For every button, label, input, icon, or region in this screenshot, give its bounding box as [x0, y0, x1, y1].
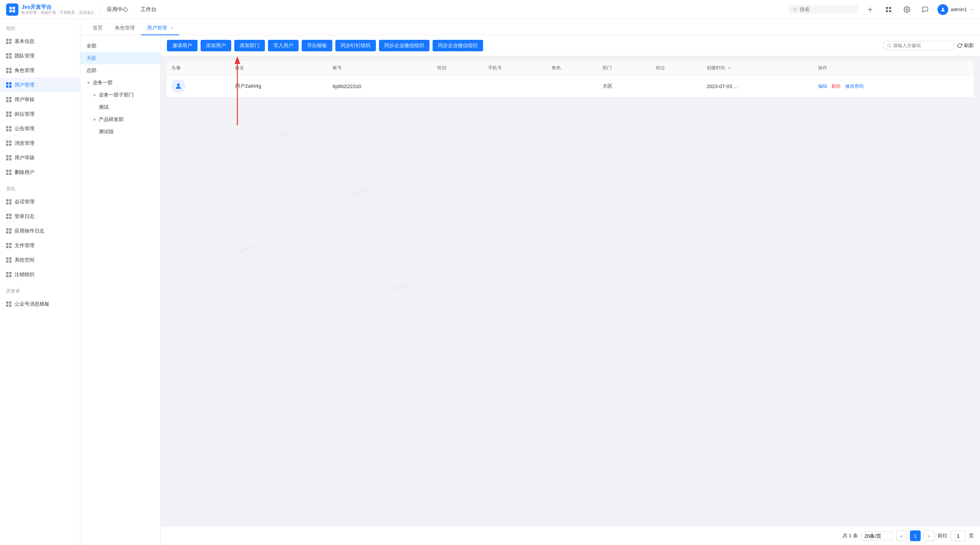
sidebar-label-team-mgmt: 团队管理: [15, 52, 34, 59]
action-edit[interactable]: 编辑: [818, 83, 827, 89]
nav-divider: [100, 5, 101, 14]
action-change-pwd[interactable]: 修改密码: [845, 83, 864, 89]
sidebar-item-role-mgmt[interactable]: 角色管理: [0, 63, 80, 78]
keyword-input[interactable]: [893, 43, 951, 48]
import-user-button[interactable]: 导入用户: [268, 40, 299, 51]
grid-icon-wechat: [6, 301, 11, 307]
tree-panel: 全部 大区 总部 ▼ 业务一部 ▼ 业务一部子部门 测试: [80, 35, 161, 545]
per-page-select[interactable]: 10条/页 20条/页 50条/页 100条/页: [861, 532, 893, 540]
refresh-button[interactable]: 刷新: [957, 42, 974, 49]
tree-item-all[interactable]: 全部: [80, 40, 160, 52]
tree-item-test[interactable]: 测试: [80, 101, 160, 113]
tree-item-dq[interactable]: 大区: [80, 52, 160, 64]
grid-icon-app-log: [6, 228, 11, 234]
col-header-role: 角色: [547, 61, 598, 75]
sync-wxwork-button[interactable]: 同步企业微信组织: [379, 40, 430, 51]
grid-icon-file: [6, 243, 11, 248]
tree-label-all: 全部: [87, 43, 96, 49]
tab-role-mgmt[interactable]: 角色管理: [109, 21, 141, 35]
nav-item-workbench[interactable]: 工作台: [140, 5, 157, 15]
sidebar-item-app-log[interactable]: 应用操作日志: [0, 224, 80, 238]
cell-gender: [433, 75, 483, 97]
prev-page-button[interactable]: ‹: [896, 530, 907, 541]
tab-home[interactable]: 首页: [87, 21, 109, 35]
tab-close-icon[interactable]: ×: [171, 26, 173, 30]
sidebar-item-user-audit[interactable]: 用户审核: [0, 92, 80, 107]
search-icon-table: [887, 43, 892, 48]
sidebar-label-cancel-org: 注销组织: [15, 271, 34, 278]
col-header-gender: 性别: [433, 61, 483, 75]
keyword-search[interactable]: [884, 41, 954, 50]
settings-icon[interactable]: [901, 3, 913, 16]
cell-avatar: [167, 75, 230, 97]
svg-rect-5: [889, 7, 891, 9]
user-area[interactable]: admin1: [938, 4, 974, 15]
global-search[interactable]: [789, 5, 858, 14]
content-area: 全部 大区 总部 ▼ 业务一部 ▼ 业务一部子部门 测试: [80, 35, 980, 545]
grid-icon[interactable]: [882, 3, 895, 16]
sidebar: admin1 admin1 admin1 admin1 组织 基本信息 团队管理…: [0, 19, 80, 545]
sidebar-label-app-log: 应用操作日志: [15, 227, 44, 234]
tree-item-zb[interactable]: 总部: [80, 64, 160, 77]
tree-label-yw1: 业务一部: [93, 79, 113, 86]
sidebar-item-user-level[interactable]: 用户等级: [0, 151, 80, 165]
page-1-button[interactable]: 1: [910, 530, 921, 541]
top-right: admin1: [789, 3, 974, 16]
tree-item-yw1[interactable]: ▼ 业务一部: [80, 77, 160, 89]
sort-icon-time[interactable]: ⇅: [728, 66, 731, 70]
svg-line-11: [890, 46, 891, 47]
add-button[interactable]: [864, 3, 876, 16]
sidebar-item-basic-info[interactable]: 基本信息: [0, 34, 80, 49]
sidebar-label-login-log: 登录日志: [15, 213, 34, 220]
goto-page-input[interactable]: [951, 530, 966, 541]
sidebar-item-msg-mgmt[interactable]: 消息管理: [0, 136, 80, 151]
chat-icon[interactable]: [919, 3, 931, 16]
nav-item-app-center[interactable]: 应用中心: [107, 5, 128, 15]
cell-actions: 编辑 删除 修改密码: [813, 75, 974, 97]
col-header-dept: 部门: [598, 61, 651, 75]
add-user-button[interactable]: 添加用户: [201, 40, 231, 51]
chevron-down-icon: [969, 7, 974, 12]
sidebar-item-cancel-org[interactable]: 注销组织: [0, 267, 80, 282]
sidebar-label-role-mgmt: 角色管理: [15, 67, 34, 74]
invite-user-button[interactable]: 邀请用户: [167, 40, 198, 51]
sidebar-item-user-mgmt[interactable]: 用户管理: [0, 78, 80, 92]
next-page-button[interactable]: ›: [924, 530, 934, 541]
cell-phone: [483, 75, 547, 97]
sidebar-label-user-level: 用户等级: [15, 154, 34, 161]
tab-role-label: 角色管理: [115, 25, 135, 31]
pagination: 共 1 条 10条/页 20条/页 50条/页 100条/页 ‹ 1 › 前往 …: [161, 526, 980, 545]
svg-rect-6: [886, 10, 888, 12]
sidebar-item-team-mgmt[interactable]: 团队管理: [0, 49, 80, 63]
sidebar-item-del-user[interactable]: 删除用户: [0, 165, 80, 180]
sidebar-item-post-mgmt[interactable]: 岗位管理: [0, 107, 80, 121]
sidebar-item-sys-space[interactable]: 系统空间: [0, 253, 80, 267]
sync-wxbiz-button[interactable]: 同步企业微信组织: [433, 40, 483, 51]
section-label-dev: 开发者: [0, 282, 80, 297]
tab-user-mgmt[interactable]: 用户管理 ×: [141, 21, 179, 35]
grid-icon-sys-space: [6, 257, 11, 263]
grid-icon-cancel: [6, 272, 11, 277]
section-label-sys: 系统: [0, 180, 80, 195]
grid-icon-level: [6, 155, 11, 160]
sidebar-item-login-log[interactable]: 登录日志: [0, 209, 80, 224]
sidebar-item-session[interactable]: 会话管理: [0, 195, 80, 209]
export-tpl-button[interactable]: 导出模板: [302, 40, 332, 51]
tabs-bar: 首页 角色管理 用户管理 ×: [80, 19, 980, 35]
tab-user-label: 用户管理: [147, 25, 167, 31]
add-dept-button[interactable]: 添加部门: [234, 40, 265, 51]
app-title: Jvs开发平台: [21, 4, 94, 10]
tree-item-testgrp[interactable]: 测试组: [80, 126, 160, 138]
tree-item-yw1sub[interactable]: ▼ 业务一部子部门: [80, 89, 160, 101]
sidebar-item-wechat-tpl[interactable]: 公众号消息模板: [0, 297, 80, 311]
sidebar-label-msg-mgmt: 消息管理: [15, 140, 34, 147]
col-header-post: 岗位: [651, 61, 702, 75]
tree-item-prod[interactable]: ▼ 产品研发部: [80, 113, 160, 126]
tree-arrow-prod: ▼: [93, 118, 97, 122]
action-delete[interactable]: 删除: [831, 83, 841, 89]
sidebar-item-notice-mgmt[interactable]: 公告管理: [0, 121, 80, 136]
sync-dingtalk-button[interactable]: 同步钉钉组织: [335, 40, 376, 51]
search-input[interactable]: [800, 7, 854, 12]
cell-dept: 大区: [598, 75, 651, 97]
sidebar-item-file-mgmt[interactable]: 文件管理: [0, 238, 80, 253]
